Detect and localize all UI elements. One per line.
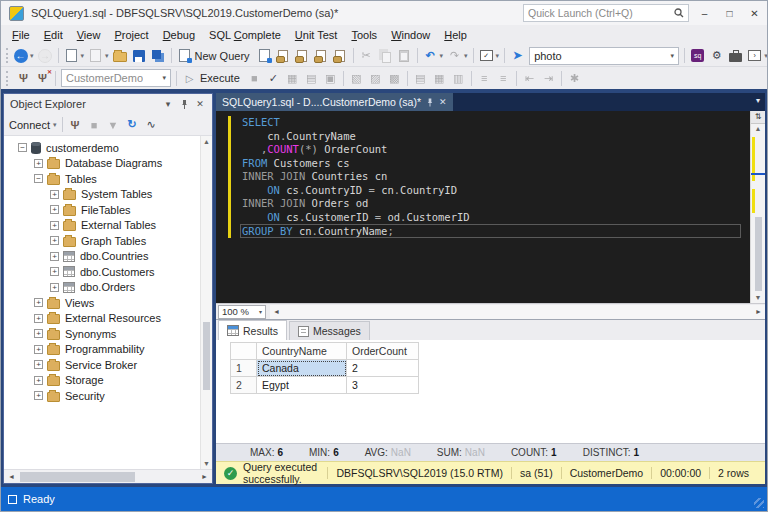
row-number-header[interactable]	[231, 343, 257, 360]
tree-vertical-scrollbar[interactable]: ▲ ▼	[200, 136, 212, 469]
dax-query-icon[interactable]	[332, 47, 349, 64]
connect-button[interactable]: Connect	[9, 119, 50, 131]
disconnect-icon[interactable]: Ψ	[67, 116, 84, 133]
redo-icon[interactable]: ↷	[446, 47, 463, 64]
tree-hscroll-thumb[interactable]	[20, 472, 135, 482]
estimated-plan-icon[interactable]: ▦	[284, 70, 301, 87]
expand-icon[interactable]: +	[34, 360, 43, 369]
refresh-icon[interactable]: ↻	[124, 116, 141, 133]
expand-icon[interactable]: +	[50, 252, 59, 261]
results-to-file-icon[interactable]: ▥	[450, 70, 467, 87]
menu-item-sql-complete[interactable]: SQL Complete	[202, 27, 288, 43]
row-number-cell[interactable]: 1	[231, 360, 257, 377]
nav-forward-icon[interactable]: →	[37, 47, 54, 64]
toolbar1-grip[interactable]	[6, 48, 8, 63]
tree-item-database-diagrams[interactable]: +Database Diagrams	[4, 156, 200, 172]
save-icon[interactable]	[131, 47, 148, 64]
tree-vscroll-thumb[interactable]	[203, 322, 210, 390]
object-explorer-tree[interactable]: −customerdemo+Database Diagrams−Tables+S…	[4, 136, 212, 469]
expand-icon[interactable]: +	[34, 345, 43, 354]
open-file-icon[interactable]	[112, 47, 129, 64]
menu-item-help[interactable]: Help	[437, 27, 474, 43]
menu-item-project[interactable]: Project	[107, 27, 155, 43]
expand-icon[interactable]: +	[34, 298, 43, 307]
expand-icon[interactable]: +	[50, 236, 59, 245]
code-line-3[interactable]: ,COUNT(*) OrderCount	[242, 143, 741, 157]
code-line-1[interactable]: SELECT	[242, 116, 741, 130]
new-project-icon[interactable]	[63, 47, 80, 64]
scroll-right-icon[interactable]: ►	[201, 473, 208, 480]
new-query-icon[interactable]	[176, 47, 193, 64]
menu-item-tools[interactable]: Tools	[344, 27, 384, 43]
decrease-indent-icon[interactable]: ⇤	[521, 70, 538, 87]
tree-item-filetables[interactable]: +FileTables	[4, 202, 200, 218]
code-line-6[interactable]: ON cs.CountryID = cn.CountryID	[242, 184, 741, 198]
document-tab[interactable]: SQLQuery1.sql - D....CustomerDemo (sa)* …	[216, 93, 453, 111]
tree-item-dbo-countries[interactable]: +dbo.Countries	[4, 249, 200, 265]
tree-item-system-tables[interactable]: +System Tables	[4, 187, 200, 203]
expand-icon[interactable]: +	[50, 221, 59, 230]
database-engine-query-icon[interactable]	[256, 47, 273, 64]
editor-vscroll-thumb[interactable]	[755, 217, 762, 291]
code-line-4[interactable]: FROM Customers cs	[242, 157, 741, 171]
toolbox-icon[interactable]	[727, 47, 744, 64]
code-line-7[interactable]: INNER JOIN Orders od	[242, 197, 741, 211]
expand-icon[interactable]: +	[34, 159, 43, 168]
live-stats-icon[interactable]: ▨	[367, 70, 384, 87]
execute-button[interactable]: Execute	[200, 72, 240, 84]
expand-icon[interactable]: +	[34, 376, 43, 385]
dropdown-icon[interactable]: ▾	[440, 52, 444, 60]
undo-icon[interactable]: ↶	[422, 47, 439, 64]
results-tab-results[interactable]: Results	[218, 320, 287, 340]
code-line-8[interactable]: ON cs.CustomerID = od.CustomerID	[242, 211, 741, 225]
editor-scroll-left-icon[interactable]: ◄	[273, 308, 280, 315]
grid-cell[interactable]: Egypt	[257, 377, 347, 394]
grid-cell[interactable]: 3	[347, 377, 419, 394]
navigate-to-icon[interactable]: ➤	[509, 47, 526, 64]
tree-item-service-broker[interactable]: +Service Broker	[4, 357, 200, 373]
parse-icon[interactable]: ✓	[265, 70, 282, 87]
tree-item-external-resources[interactable]: +External Resources	[4, 311, 200, 327]
dmx-query-icon[interactable]	[294, 47, 311, 64]
results-to-text-icon[interactable]: ▤	[412, 70, 429, 87]
window-position-icon[interactable]: ▾	[160, 96, 176, 112]
tree-item-external-tables[interactable]: +External Tables	[4, 218, 200, 234]
expand-icon[interactable]: +	[50, 190, 59, 199]
new-query-button[interactable]: New Query	[195, 50, 250, 62]
nav-back-icon[interactable]: ←	[12, 47, 29, 64]
tree-item-dbo-customers[interactable]: +dbo.Customers	[4, 264, 200, 280]
editor-horizontal-scrollbar[interactable]: ◄ ►	[270, 305, 765, 319]
dropdown-icon[interactable]: ▾	[496, 52, 500, 60]
snippets-icon[interactable]: ✓	[478, 47, 495, 64]
change-connection-icon[interactable]: Ψ	[34, 70, 51, 87]
tab-close-icon[interactable]: ✕	[439, 97, 447, 107]
xmla-query-icon[interactable]	[313, 47, 330, 64]
dropdown-icon[interactable]: ▾	[81, 52, 85, 60]
column-header-ordercount[interactable]: OrderCount	[347, 343, 419, 360]
sql-editor[interactable]: SELECT cn.CountryName ,COUNT(*) OrderCou…	[216, 111, 765, 303]
toolbar2-grip[interactable]	[6, 71, 11, 86]
tree-item-programmability[interactable]: +Programmability	[4, 342, 200, 358]
dropdown-icon[interactable]: ▾	[105, 52, 109, 60]
scroll-up-icon[interactable]: ▲	[201, 138, 212, 145]
expand-icon[interactable]: +	[34, 329, 43, 338]
results-to-grid-icon[interactable]: ▦	[431, 70, 448, 87]
collapse-icon[interactable]: −	[34, 174, 43, 183]
tree-item-dbo-orders[interactable]: +dbo.Orders	[4, 280, 200, 296]
zoom-level-select[interactable]: 100 % ▾	[218, 305, 266, 319]
menu-item-debug[interactable]: Debug	[156, 27, 202, 43]
execute-play-icon[interactable]: ▷	[181, 70, 198, 87]
column-header-countryname[interactable]: CountryName	[257, 343, 347, 360]
panel-close-icon[interactable]: ✕	[192, 96, 208, 112]
add-item-icon[interactable]	[87, 47, 104, 64]
command-window-icon[interactable]: ›	[746, 47, 763, 64]
split-editor-handle[interactable]: ⇅	[751, 111, 765, 124]
filter-icon[interactable]: ▼	[105, 116, 122, 133]
sql-complete-icon[interactable]: sq	[689, 47, 706, 64]
results-tab-messages[interactable]: Messages	[289, 321, 370, 340]
intellisense-icon[interactable]: ▣	[322, 70, 339, 87]
tree-horizontal-scrollbar[interactable]: ◄ ►	[4, 469, 212, 483]
mdx-query-icon[interactable]	[275, 47, 292, 64]
scroll-down-icon[interactable]: ▼	[201, 460, 212, 467]
uncomment-icon[interactable]: ≡	[495, 70, 512, 87]
